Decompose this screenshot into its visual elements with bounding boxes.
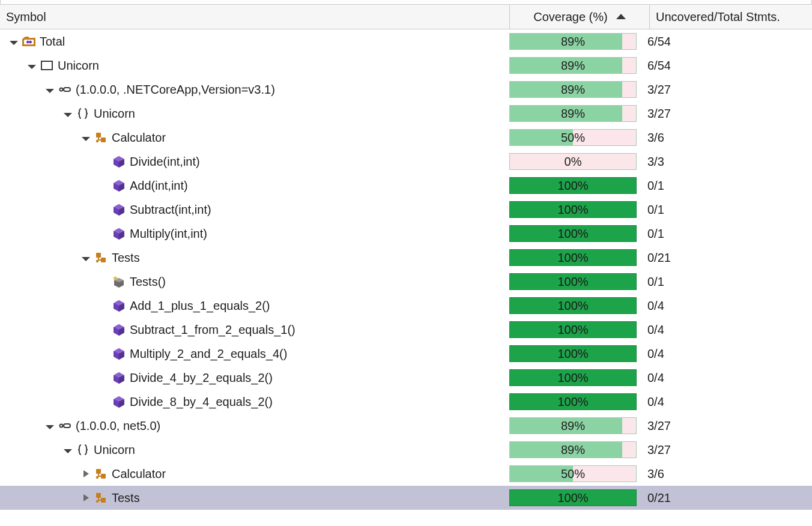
coverage-bar: 100% — [509, 345, 637, 362]
project-icon — [40, 58, 54, 73]
cell-coverage: 100% — [503, 198, 643, 222]
coverage-value: 89% — [510, 418, 636, 434]
coverage-bar: 100% — [509, 177, 637, 194]
cell-stmts: 0/4 — [643, 342, 812, 366]
expander[interactable] — [80, 136, 91, 140]
expander[interactable] — [44, 88, 55, 92]
cell-symbol: Calculator — [0, 125, 503, 150]
cell-symbol: Calculator — [0, 462, 503, 486]
stmts-value: 3/3 — [647, 155, 664, 169]
coverage-bar: 89% — [509, 417, 637, 434]
coverage-value: 50% — [510, 466, 636, 482]
expander[interactable] — [80, 256, 91, 260]
tree-row[interactable]: Subtract_1_from_2_equals_1()100%0/4 — [0, 318, 812, 342]
row-label: Add_1_plus_1_equals_2() — [130, 299, 270, 313]
cell-symbol: Tests — [0, 246, 503, 270]
method-icon — [112, 298, 126, 313]
tree-row[interactable]: Total89%6/54 — [0, 29, 812, 53]
tree-row[interactable]: Calculator50%3/6 — [0, 125, 812, 150]
class-icon — [94, 467, 108, 481]
row-label: (1.0.0.0, net5.0) — [76, 419, 160, 433]
stmts-value: 6/54 — [647, 35, 671, 49]
tree-row[interactable]: (1.0.0.0, .NETCoreApp,Version=v3.1)89%3/… — [0, 77, 812, 101]
expander[interactable] — [80, 470, 91, 477]
class-icon — [94, 250, 108, 265]
expander[interactable] — [26, 64, 37, 68]
method-icon — [112, 322, 126, 337]
cell-stmts: 3/27 — [643, 77, 812, 101]
cell-stmts: 6/54 — [643, 53, 812, 77]
coverage-value: 100% — [510, 202, 636, 217]
tree-row[interactable]: Add(int,int)100%0/1 — [0, 174, 812, 198]
coverage-value: 100% — [510, 274, 636, 289]
stmts-value: 0/4 — [647, 299, 664, 313]
coverage-bar: 100% — [509, 369, 637, 386]
stmts-value: 0/4 — [647, 371, 664, 385]
stmts-value: 3/6 — [647, 131, 664, 145]
cell-stmts: 0/4 — [643, 318, 812, 342]
row-label: Divide_8_by_4_equals_2() — [130, 395, 273, 409]
solution-icon — [22, 34, 36, 49]
cell-coverage: 89% — [503, 53, 643, 77]
stmts-value: 0/4 — [647, 347, 664, 361]
stmts-value: 3/27 — [647, 419, 671, 433]
column-header-symbol[interactable]: Symbol — [0, 5, 510, 29]
coverage-bar: 89% — [509, 441, 637, 458]
tree-row[interactable]: Unicorn89%3/27 — [0, 438, 812, 462]
assembly-icon — [58, 419, 72, 433]
expander[interactable] — [62, 448, 73, 452]
method-icon — [112, 154, 126, 169]
tree-row[interactable]: Multiply(int,int)100%0/1 — [0, 222, 812, 246]
tree-row[interactable]: Tests100%0/21 — [0, 246, 812, 270]
coverage-value: 100% — [510, 370, 636, 385]
cell-coverage: 89% — [503, 29, 643, 53]
column-header-coverage[interactable]: Coverage (%) — [510, 5, 650, 29]
expander[interactable] — [8, 40, 19, 44]
cell-stmts: 0/4 — [643, 390, 812, 414]
coverage-value: 100% — [510, 490, 636, 506]
row-label: Calculator — [112, 467, 166, 481]
tree-row[interactable]: Add_1_plus_1_equals_2()100%0/4 — [0, 294, 812, 318]
cell-stmts: 0/21 — [643, 486, 812, 510]
chevron-down-icon — [10, 41, 18, 45]
tree-row[interactable]: Subtract(int,int)100%0/1 — [0, 198, 812, 222]
tree-row[interactable]: Tests100%0/21 — [0, 486, 812, 510]
tree-row[interactable]: Calculator50%3/6 — [0, 462, 812, 486]
tree-row[interactable]: Divide_4_by_2_equals_2()100%0/4 — [0, 366, 812, 390]
class-icon — [94, 491, 108, 505]
coverage-value: 89% — [510, 82, 636, 97]
expander[interactable] — [80, 494, 91, 501]
tree-row[interactable]: Multiply_2_and_2_equals_4()100%0/4 — [0, 342, 812, 366]
cell-coverage: 100% — [503, 342, 643, 366]
cell-stmts: 3/27 — [643, 101, 812, 125]
cell-coverage: 89% — [503, 101, 643, 125]
coverage-bar: 89% — [509, 33, 637, 50]
expander[interactable] — [62, 112, 73, 116]
cell-stmts: 0/1 — [643, 222, 812, 246]
cell-coverage: 100% — [503, 246, 643, 270]
column-header-symbol-label: Symbol — [6, 10, 46, 24]
chevron-down-icon — [64, 113, 72, 117]
column-header-stmts[interactable]: Uncovered/Total Stmts. — [650, 5, 812, 29]
stmts-value: 0/4 — [647, 323, 664, 337]
cell-stmts: 0/1 — [643, 198, 812, 222]
column-header-coverage-label: Coverage (%) — [533, 10, 607, 24]
row-label: Multiply(int,int) — [130, 227, 207, 241]
tree-row[interactable]: Unicorn89%6/54 — [0, 53, 812, 77]
tree-row[interactable]: (1.0.0.0, net5.0)89%3/27 — [0, 414, 812, 438]
stmts-value: 3/27 — [647, 83, 671, 97]
cell-symbol: Multiply_2_and_2_equals_4() — [0, 342, 503, 366]
expander[interactable] — [44, 424, 55, 428]
cell-symbol: (1.0.0.0, net5.0) — [0, 414, 503, 438]
coverage-value: 100% — [510, 394, 636, 410]
cell-symbol: (1.0.0.0, .NETCoreApp,Version=v3.1) — [0, 77, 503, 101]
tree-row[interactable]: Divide_8_by_4_equals_2()100%0/4 — [0, 390, 812, 414]
row-label: Divide_4_by_2_equals_2() — [130, 371, 273, 385]
tree-row[interactable]: Tests()100%0/1 — [0, 270, 812, 294]
tree-row[interactable]: Unicorn89%3/27 — [0, 101, 812, 125]
coverage-value: 89% — [510, 58, 636, 73]
tree-row[interactable]: Divide(int,int)0%3/3 — [0, 150, 812, 174]
coverage-bar: 89% — [509, 105, 637, 122]
cell-stmts: 3/6 — [643, 462, 812, 486]
coverage-bar: 89% — [509, 81, 637, 98]
